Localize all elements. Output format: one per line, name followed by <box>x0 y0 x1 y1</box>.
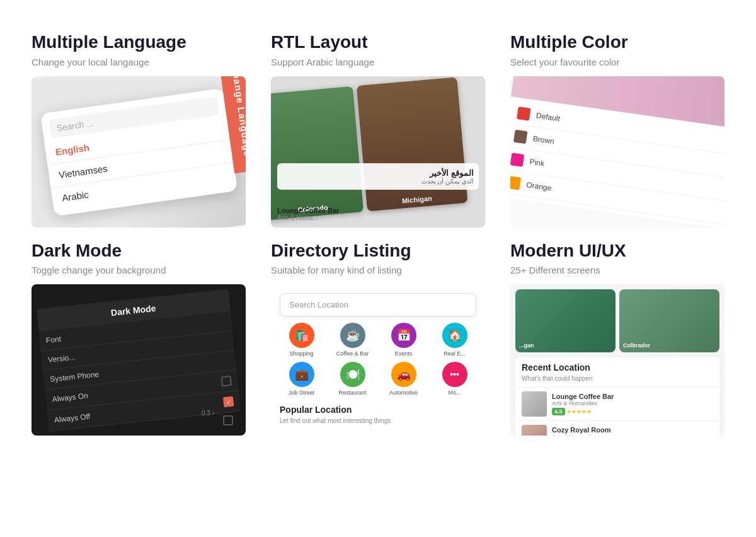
dir-icon-circle-restaurant: 🍽️ <box>340 362 365 387</box>
color-swatch-pink <box>510 153 524 167</box>
cell-subtitle-4: Toggle change your background <box>32 265 246 275</box>
shopping-icon: 🛍️ <box>295 328 309 342</box>
screenshot-5: Search Location 🛍️ Shopping ☕ Coffee & B… <box>271 284 485 436</box>
color-label-brown: Brown <box>532 134 555 146</box>
modern-card-2: Colbrador <box>619 289 719 352</box>
dir-icon-circle-events: 📅 <box>391 323 416 348</box>
cell-subtitle-6: 25+ Different screens <box>510 265 724 275</box>
restaurant-icon: 🍽️ <box>346 367 360 381</box>
color-swatch-orange <box>510 176 521 190</box>
dark-label-always-on: Always On <box>52 391 89 403</box>
rtl-lounge-label: Lounge Coffee Bar <box>277 207 339 214</box>
realestate-icon: 🏠 <box>448 328 462 342</box>
cell-subtitle-1: Change your local langauge <box>32 57 246 67</box>
dark-label-version: Versio... <box>47 352 76 364</box>
dir-popular-title: Popular Location <box>271 401 485 417</box>
dir-icon-circle-coffee: ☕ <box>340 323 365 348</box>
dark-version-hint: 0.3 › <box>202 410 214 417</box>
dir-label-more: Mo... <box>448 390 461 396</box>
screenshot-2: Colorado Michigan الموقع الأخير الذي يمك… <box>271 76 485 228</box>
more-icon: ••• <box>450 369 459 379</box>
dir-icon-automotive: 🚗 Automotive <box>378 362 429 396</box>
dir-label-automotive: Automotive <box>389 390 418 396</box>
rtl-card-label-2: Michigan <box>367 191 467 207</box>
color-phone-inner: Theme Default Brown Pink <box>510 76 724 228</box>
dir-icon-circle-more: ••• <box>442 362 467 387</box>
modern-card-1: ...gan <box>515 289 616 352</box>
modern-card-label-1: ...gan <box>519 342 534 349</box>
modern-list-title: Recent Location <box>515 357 719 375</box>
dir-icon-realestate: 🏠 Real E... <box>429 323 480 357</box>
dark-label-system: System Phone <box>50 369 100 383</box>
modern-screen: ...gan Colbrador Recent Location What's … <box>510 284 724 436</box>
dir-icon-circle-realestate: 🏠 <box>442 323 467 348</box>
dark-mode-title: Dark Mode <box>110 303 156 317</box>
coffee-icon: ☕ <box>346 328 360 342</box>
dir-search-bar: Search Location <box>280 293 476 316</box>
modern-list: Recent Location What's that could happen… <box>515 357 719 436</box>
cell-subtitle-2: Support Arabic language <box>271 57 485 67</box>
dir-label-coffee: Coffee & Bar <box>336 350 369 357</box>
dir-label-shopping: Shopping <box>289 350 313 357</box>
dark-bottom-hint <box>223 415 233 425</box>
rtl-card-1: Colorado <box>271 86 364 220</box>
rtl-bottom-label: Lounge Coffee Bar Arts & Huma... <box>277 207 339 221</box>
modern-list-subtitle: What's that could happen <box>515 375 719 387</box>
dir-icon-coffee: ☕ Coffee & Bar <box>327 323 378 357</box>
modern-item-info-2: Cozy Royal Room Arts & Humanities 4.0 ★★… <box>552 426 713 436</box>
lang-phone: Search ... English Vietnamses Arabic <box>40 88 237 216</box>
dir-label-job: Job Street <box>289 390 314 396</box>
cell-multiple-color: Multiple Color Select your favourite col… <box>498 19 737 228</box>
dir-label-realestate: Real E... <box>444 350 466 357</box>
screenshot-1: Search ... English Vietnamses Arabic Cha… <box>32 76 246 228</box>
automotive-icon: 🚗 <box>397 367 411 381</box>
color-swatch-default <box>517 107 531 121</box>
dir-icon-circle-automotive: 🚗 <box>391 362 416 387</box>
cell-dark-mode: Dark Mode Toggle change your background … <box>19 228 258 436</box>
rtl-arts-label: Arts & Huma... <box>277 214 339 221</box>
cell-title-6: Modern UI/UX <box>510 240 724 262</box>
dir-label-restaurant: Restaurant <box>338 390 366 396</box>
modern-list-item-1: Lounge Coffee Bar Arts & Humanities 4.5 … <box>515 387 719 420</box>
rtl-arabic-sub: الذي يمكن أن يحدث <box>282 178 474 185</box>
cell-directory-listing: Directory Listing Suitable for many kind… <box>258 228 498 436</box>
color-label-orange: Orange <box>526 180 553 192</box>
modern-card-label-2: Colbrador <box>623 342 650 349</box>
events-icon: 📅 <box>397 328 411 342</box>
modern-item-cat-2: Arts & Humanities <box>552 434 713 436</box>
dir-icon-circle-shopping: 🛍️ <box>289 323 314 348</box>
dir-icon-events: 📅 Events <box>378 323 429 357</box>
cell-title-5: Directory Listing <box>271 240 485 262</box>
dark-label-always-off: Always Off <box>54 412 90 424</box>
rtl-info-card: الموقع الأخير الذي يمكن أن يحدث <box>277 163 479 190</box>
dir-icons-row-1: 🛍️ Shopping ☕ Coffee & Bar 📅 Events 🏠 Re… <box>271 323 485 357</box>
cell-modern-uiux: Modern UI/UX 25+ Different screens ...ga… <box>498 228 737 436</box>
cell-subtitle-5: Suitable for many kind of listing <box>271 265 485 275</box>
rating-badge-1: 4.5 <box>552 408 565 415</box>
modern-item-name-2: Cozy Royal Room <box>552 426 713 434</box>
dir-popular-sub: Let find out what most interesting thing… <box>271 417 485 428</box>
dir-icons-row-2: 💼 Job Street 🍽️ Restaurant 🚗 Automotive … <box>271 362 485 396</box>
rtl-arabic-main: الموقع الأخير <box>282 168 474 178</box>
modern-item-thumb-2 <box>522 425 547 436</box>
color-swatch-brown <box>513 129 528 144</box>
cell-title-1: Multiple Language <box>32 32 246 53</box>
dir-icon-job: 💼 Job Street <box>276 362 327 396</box>
feature-grid: Multiple Language Change your local lang… <box>0 0 756 454</box>
modern-item-name-1: Lounge Coffee Bar <box>552 393 713 400</box>
color-label-pink: Pink <box>529 157 545 168</box>
cell-subtitle-3: Select your favourite color <box>510 57 724 67</box>
dir-icon-more: ••• Mo... <box>429 362 480 396</box>
screenshot-4: Dark Mode Font Versio... System Phone <box>32 284 246 436</box>
stars-1: ★★★★★ <box>566 408 592 415</box>
dir-label-events: Events <box>395 350 413 357</box>
dark-checkbox-bottom <box>223 415 233 425</box>
cell-title-3: Multiple Color <box>510 32 724 53</box>
dir-icon-restaurant: 🍽️ Restaurant <box>327 362 378 396</box>
dir-icon-shopping: 🛍️ Shopping <box>276 323 327 357</box>
dark-checkbox-off: ✓ <box>223 396 234 407</box>
checkmark-icon: ✓ <box>226 398 231 405</box>
screenshot-3: Theme Default Brown Pink <box>510 76 724 228</box>
cell-title-2: RTL Layout <box>271 32 485 53</box>
dark-checkbox-on <box>220 376 232 387</box>
